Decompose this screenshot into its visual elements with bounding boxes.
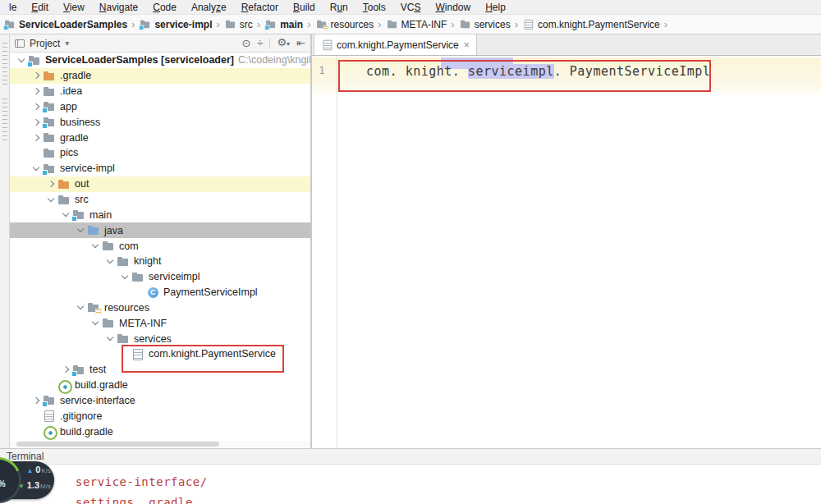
chevron-down-icon[interactable]	[89, 318, 102, 329]
tree-row-com[interactable]: com	[10, 238, 310, 254]
breadcrumb-bar: ServiceLoaderSamples›service-impl›src›ma…	[0, 15, 821, 34]
breadcrumb-separator-icon: ›	[447, 18, 458, 30]
locate-file-icon[interactable]: ⊙	[241, 38, 250, 49]
chevron-down-icon[interactable]	[118, 271, 131, 282]
tool-window-stripe[interactable]	[0, 34, 10, 448]
terminal-header[interactable]: Terminal	[0, 448, 821, 465]
module-icon	[28, 54, 41, 66]
editor-tab[interactable]: com.knight.PaymentService ×	[314, 34, 477, 55]
breadcrumb-services[interactable]: services	[459, 18, 511, 30]
tree-row-test[interactable]: test	[10, 362, 310, 378]
folder-icon	[387, 19, 398, 30]
chevron-placeholder	[133, 286, 146, 298]
tree-row-service-interface[interactable]: service-interface	[10, 393, 310, 409]
breadcrumb-separator-icon: ›	[660, 18, 672, 30]
chevron-down-icon[interactable]	[103, 255, 117, 267]
tree-row-paymentserviceimpl[interactable]: CPaymentServiceImpl	[10, 285, 310, 300]
menu-item-le[interactable]: le	[2, 2, 24, 13]
chevron-down-icon[interactable]: ▾	[65, 39, 69, 48]
menu-item-refactor[interactable]: Refactor	[234, 2, 286, 13]
chevron-down-icon[interactable]	[89, 241, 102, 252]
tree-row-com-knight-paymentservice[interactable]: com.knight.PaymentService	[10, 346, 310, 362]
menu-mnemonic: N	[99, 2, 107, 13]
chevron-down-icon[interactable]	[44, 194, 57, 205]
tree-row-gradle[interactable]: .gradle	[10, 68, 310, 84]
chevron-right-icon[interactable]	[30, 395, 43, 406]
menu-item-window[interactable]: Window	[428, 2, 478, 13]
menu-mnemonic: u	[337, 2, 342, 13]
collapse-all-icon[interactable]: ÷	[257, 38, 263, 49]
tree-row-build-gradle[interactable]: build.gradle	[10, 424, 310, 439]
hide-panel-icon[interactable]: ⇤	[296, 38, 305, 49]
chevron-right-icon[interactable]	[59, 364, 72, 375]
terminal-panel: Terminal service-interface/settings. gra…	[0, 448, 821, 504]
breadcrumb-src[interactable]: src	[224, 18, 253, 30]
tree-row-services[interactable]: services	[10, 331, 310, 346]
folder-icon	[102, 317, 115, 329]
breadcrumb-label: service-impl	[154, 19, 212, 30]
menu-item-help[interactable]: Help	[478, 2, 513, 13]
tree-row-app[interactable]: app	[10, 99, 310, 115]
module-badge	[3, 25, 8, 30]
tree-row-idea[interactable]: .idea	[10, 84, 310, 99]
tree-row-pics[interactable]: pics	[10, 145, 310, 161]
menu-item-navigate[interactable]: Navigate	[92, 2, 145, 13]
chevron-down-icon[interactable]	[30, 163, 43, 174]
breadcrumb-main[interactable]: main	[264, 18, 303, 30]
editor-tab-label: com.knight.PaymentService	[337, 39, 459, 51]
menu-item-vcs[interactable]: VCS	[393, 2, 429, 13]
chevron-down-icon[interactable]	[59, 209, 72, 221]
folder-icon	[117, 255, 130, 268]
tree-label: services	[134, 333, 172, 345]
menu-item-tools[interactable]: Tools	[355, 2, 393, 13]
chevron-right-icon[interactable]	[30, 85, 43, 97]
chevron-down-icon[interactable]	[74, 225, 87, 236]
tree-row-build-gradle[interactable]: build.gradle	[10, 378, 310, 393]
breadcrumb-com-knight-paymentservice[interactable]: com.knight.PaymentService	[522, 18, 660, 30]
breadcrumb-service-impl[interactable]: service-impl	[139, 18, 212, 30]
chevron-right-icon[interactable]	[30, 70, 43, 81]
code-line[interactable]: com. knight. serviceimpl. PaymentService…	[366, 63, 710, 80]
chevron-down-icon[interactable]	[103, 333, 117, 345]
editor-content[interactable]: 1 com. knight. serviceimpl. PaymentServi…	[312, 56, 821, 448]
menu-item-analyze[interactable]: Analyze	[184, 2, 234, 13]
tree-row-serviceloadersamples-serviceloader[interactable]: ServiceLoaderSamples [serviceloader]C:\c…	[10, 53, 310, 68]
tree-row-service-impl[interactable]: service-impl	[10, 161, 310, 176]
editor-tab-bar: com.knight.PaymentService ×	[312, 34, 821, 56]
menu-item-code[interactable]: Code	[145, 2, 184, 13]
tree-label: main	[89, 209, 112, 221]
breadcrumb-resources[interactable]: resources	[315, 18, 374, 30]
menu-item-edit[interactable]: Edit	[24, 2, 56, 13]
tree-row-knight[interactable]: knight	[10, 254, 310, 269]
network-speed-widget: % ▲ 0 K/s ▼ 1.3 M/s	[0, 457, 67, 503]
menu-item-build[interactable]: Build	[286, 2, 323, 13]
tree-row-java[interactable]: java	[10, 222, 310, 238]
chevron-right-icon[interactable]	[30, 132, 43, 144]
gear-icon[interactable]: ⚙▾	[277, 37, 290, 50]
chevron-right-icon[interactable]	[30, 117, 43, 128]
tree-row-resources[interactable]: resources	[10, 300, 310, 316]
module-badge	[140, 25, 144, 30]
tree-row-gitignore[interactable]: .gitignore	[10, 408, 310, 424]
scrollbar-thumb[interactable]	[16, 442, 219, 447]
chevron-down-icon[interactable]	[15, 54, 28, 66]
tree-row-business[interactable]: business	[10, 114, 310, 130]
chevron-down-icon[interactable]	[74, 302, 87, 314]
chevron-right-icon[interactable]	[30, 101, 43, 112]
close-icon[interactable]: ×	[464, 39, 470, 51]
chevron-placeholder	[30, 426, 43, 438]
chevron-right-icon[interactable]	[44, 178, 57, 190]
menu-item-view[interactable]: View	[56, 2, 92, 13]
tree-label: service-interface	[60, 395, 135, 406]
terminal-output[interactable]: service-interface/settings. gradle	[0, 465, 821, 504]
tree-row-gradle[interactable]: gradle	[10, 130, 310, 145]
menu-item-run[interactable]: Run	[323, 2, 355, 13]
tree-row-main[interactable]: main	[10, 207, 310, 222]
tree-row-out[interactable]: out	[10, 176, 310, 192]
tree-row-src[interactable]: src	[10, 192, 310, 208]
tree-row-meta-inf[interactable]: META-INF	[10, 315, 310, 331]
tree-row-serviceimpl[interactable]: serviceimpl	[10, 269, 310, 285]
breadcrumb-serviceloadersamples[interactable]: ServiceLoaderSamples	[3, 18, 127, 30]
breadcrumb-meta-inf[interactable]: META-INF	[386, 18, 447, 30]
tree-label: out	[75, 178, 89, 190]
